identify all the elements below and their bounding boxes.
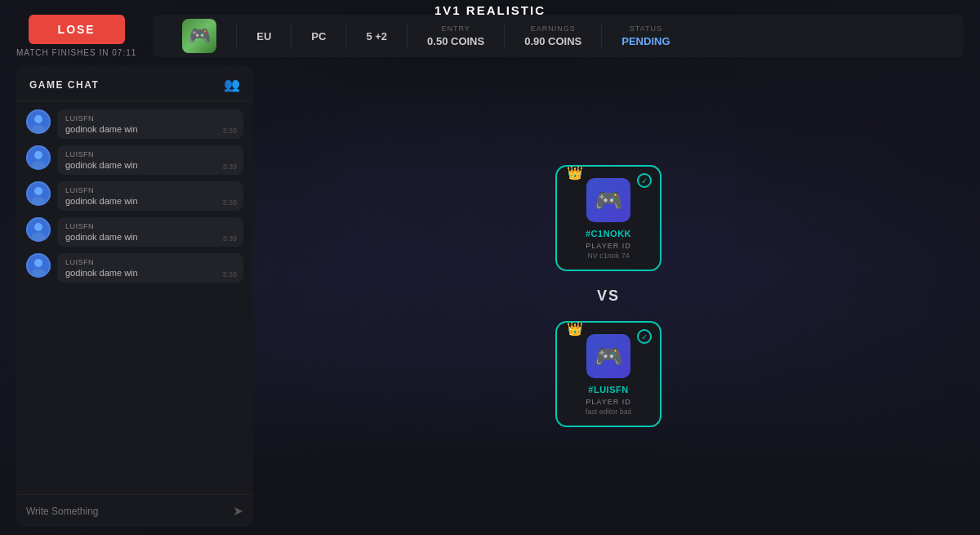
- entry-col: ENTRY 0.50 COINS: [411, 15, 501, 57]
- svg-point-3: [26, 145, 51, 170]
- match-timer: MATCH FINISHES IN 07:11: [16, 48, 136, 57]
- message-avatar: [26, 217, 51, 242]
- message-time: 3:39: [222, 127, 237, 135]
- region-col: EU: [240, 15, 287, 57]
- player2-avatar: 🎮: [586, 334, 630, 378]
- message-avatar: [26, 253, 51, 278]
- svg-point-8: [32, 197, 45, 205]
- lose-section: LOSE MATCH FINISHES IN 07:11: [16, 15, 136, 57]
- divider-5: [504, 24, 505, 48]
- chat-bubble: LUISFN godinok dame win 3:39: [57, 217, 243, 247]
- message-time: 3:39: [222, 234, 237, 243]
- crown-icon-2: 👑: [567, 321, 583, 337]
- message-avatar: [26, 109, 51, 134]
- player1-sublabel: NV c1nok 74: [587, 252, 630, 260]
- entry-label: ENTRY: [441, 25, 470, 33]
- message-text: godinok dame win: [65, 196, 235, 206]
- status-col: STATUS PENDING: [605, 15, 686, 57]
- player2-label: PLAYER ID: [586, 398, 630, 406]
- player1-label: PLAYER ID: [586, 242, 630, 250]
- svg-point-6: [26, 181, 51, 206]
- svg-point-5: [32, 161, 45, 169]
- message-text: godinok dame win: [65, 232, 235, 242]
- svg-point-14: [32, 269, 45, 277]
- message-time: 3:39: [222, 198, 237, 207]
- game-icon-col: 🎮: [166, 15, 233, 57]
- lose-button[interactable]: LOSE: [29, 15, 125, 44]
- top-header: 1V1 REALISTIC: [0, 0, 980, 10]
- player2-sublabel: fast editor baś: [586, 408, 632, 416]
- chat-bubble: LUISFN godinok dame win 3:39: [57, 109, 243, 139]
- svg-point-13: [34, 259, 42, 267]
- match-info-bar: 🎮 EU PC 5 +2 ENTRY 0.50 COINS: [153, 15, 964, 57]
- message-time: 3:39: [222, 163, 237, 171]
- chat-bubble: LUISFN godinok dame win 3:39: [57, 181, 243, 211]
- platform-col: PC: [295, 15, 342, 57]
- chat-title: GAME CHAT: [29, 79, 99, 91]
- region-value: EU: [256, 30, 271, 42]
- divider-1: [236, 24, 237, 48]
- message-time: 3:39: [222, 270, 237, 279]
- status-value: PENDING: [621, 35, 670, 47]
- divider-2: [291, 24, 292, 48]
- vs-text: VS: [597, 288, 620, 305]
- divider-3: [345, 24, 346, 48]
- chat-bubble: LUISFN godinok dame win 3:39: [57, 253, 243, 283]
- message-text: godinok dame win: [65, 160, 235, 170]
- chat-message: LUISFN godinok dame win 3:39: [26, 109, 243, 139]
- player2-card: 👑 ✓ 🎮 #LUISFN PLAYER ID fast editor baś: [555, 321, 662, 427]
- message-username: LUISFN: [65, 150, 235, 158]
- send-icon[interactable]: ➤: [233, 503, 243, 519]
- player1-avatar: 🎮: [586, 178, 630, 222]
- chat-panel: GAME CHAT 👥 LUISFN godinok dame win 3:39: [16, 65, 253, 527]
- svg-point-1: [34, 115, 42, 123]
- divider-4: [407, 24, 408, 48]
- chat-bubble: LUISFN godinok dame win 3:39: [57, 145, 243, 175]
- crown-icon-1: 👑: [567, 165, 583, 181]
- earnings-value: 0.90 COINS: [524, 35, 581, 47]
- svg-point-2: [32, 125, 45, 133]
- platform-value: PC: [311, 30, 326, 42]
- message-text: godinok dame win: [65, 268, 235, 278]
- svg-point-12: [26, 253, 51, 278]
- message-username: LUISFN: [65, 258, 235, 266]
- player2-name: #LUISFN: [588, 385, 628, 395]
- score-col: 5 +2: [350, 15, 403, 57]
- svg-point-9: [26, 217, 51, 242]
- earnings-label: EARNINGS: [531, 25, 576, 33]
- chat-message: LUISFN godinok dame win 3:39: [26, 217, 243, 247]
- main-container: 1V1 REALISTIC LOSE MATCH FINISHES IN 07:…: [0, 0, 980, 535]
- svg-point-7: [34, 187, 42, 195]
- message-username: LUISFN: [65, 114, 235, 123]
- page-title: 1V1 REALISTIC: [434, 3, 546, 17]
- earnings-col: EARNINGS 0.90 COINS: [508, 15, 598, 57]
- svg-point-4: [34, 151, 42, 159]
- divider-6: [601, 24, 602, 48]
- message-avatar: [26, 181, 51, 206]
- message-text: godinok dame win: [65, 124, 235, 134]
- check-icon-1: ✓: [637, 173, 652, 188]
- status-label: STATUS: [630, 25, 662, 33]
- message-username: LUISFN: [65, 186, 235, 194]
- chat-input[interactable]: [26, 506, 226, 517]
- message-username: LUISFN: [65, 222, 235, 230]
- chat-message: LUISFN godinok dame win 3:39: [26, 145, 243, 175]
- chat-message: LUISFN godinok dame win 3:39: [26, 181, 243, 211]
- game-area: 👑 ✓ 🎮 #C1NOKK PLAYER ID NV c1nok 74 VS 👑…: [253, 65, 964, 527]
- match-row: LOSE MATCH FINISHES IN 07:11 🎮 EU PC 5 +: [0, 10, 980, 65]
- chat-message: LUISFN godinok dame win 3:39: [26, 253, 243, 283]
- chat-input-area: ➤: [16, 494, 253, 527]
- svg-point-10: [34, 223, 42, 231]
- check-icon-2: ✓: [637, 329, 652, 344]
- message-avatar: [26, 145, 51, 170]
- chat-header: GAME CHAT 👥: [16, 65, 253, 101]
- svg-point-11: [32, 233, 45, 241]
- svg-point-0: [26, 109, 51, 134]
- game-icon: 🎮: [182, 19, 216, 53]
- entry-value: 0.50 COINS: [427, 35, 484, 47]
- score-value: 5 +2: [366, 30, 387, 42]
- chat-messages[interactable]: LUISFN godinok dame win 3:39 LUISFN godi…: [16, 101, 253, 494]
- users-icon: 👥: [224, 77, 240, 92]
- content-area: GAME CHAT 👥 LUISFN godinok dame win 3:39: [0, 65, 980, 535]
- player1-card: 👑 ✓ 🎮 #C1NOKK PLAYER ID NV c1nok 74: [555, 165, 662, 271]
